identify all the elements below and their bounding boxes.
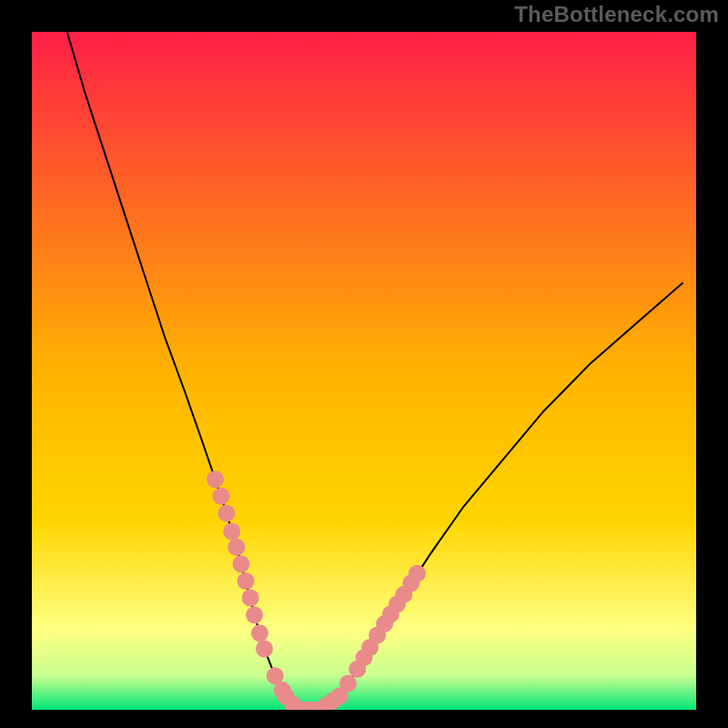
marker-point (339, 674, 357, 692)
marker-point (242, 590, 259, 607)
marker-point (228, 539, 245, 556)
chart-stage: TheBottleneck.com (0, 0, 728, 728)
watermark-label: TheBottleneck.com (514, 2, 719, 27)
marker-point (207, 470, 224, 488)
bottleneck-chart (0, 0, 728, 728)
marker-point (246, 606, 263, 623)
plot-background (32, 32, 696, 710)
marker-point (213, 488, 230, 505)
marker-point (238, 572, 255, 590)
marker-point (217, 504, 235, 521)
marker-point (256, 640, 273, 657)
marker-point (223, 523, 240, 541)
marker-point (409, 565, 426, 582)
marker-point (251, 624, 268, 642)
marker-point (232, 555, 249, 572)
